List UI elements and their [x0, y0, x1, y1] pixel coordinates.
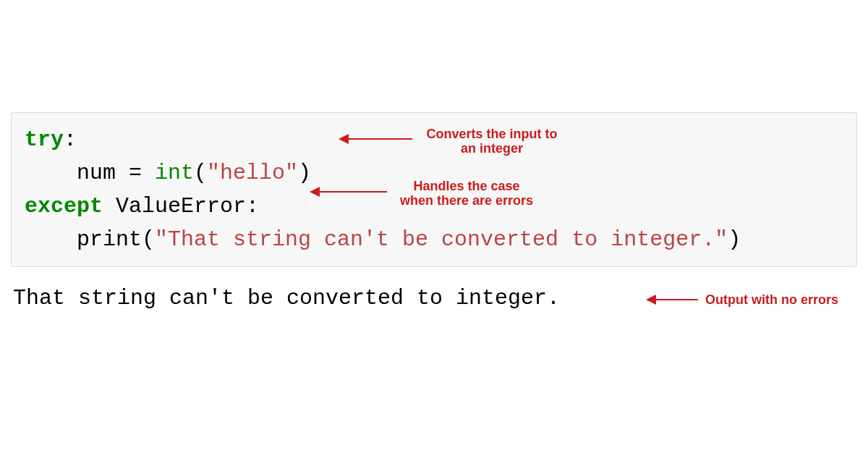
annotation-text: when there are errors [400, 193, 533, 208]
annotation-convert: Converts the input to an integer [420, 127, 564, 156]
arrow-icon [311, 191, 387, 193]
annotation-output: Output with no errors [705, 292, 864, 307]
keyword-try: try [25, 127, 64, 152]
code-text: ValueError: [103, 194, 259, 219]
annotation-text: Output with no errors [705, 292, 838, 307]
annotation-text: Handles the case [413, 179, 519, 193]
string-literal: "That string can't be converted to integ… [155, 227, 728, 252]
output-text: That string can't be converted to intege… [13, 286, 560, 311]
paren-close: ) [728, 227, 741, 252]
code-text: num = [25, 161, 155, 185]
keyword-except: except [25, 194, 103, 219]
code-text: print( [25, 227, 155, 252]
colon: : [64, 127, 77, 152]
function-int: int [155, 161, 194, 185]
string-literal: "hello" [207, 161, 298, 185]
annotation-text: an integer [461, 141, 523, 156]
annotation-handles: Handles the case when there are errors [394, 179, 539, 208]
arrow-icon [647, 299, 698, 300]
annotation-text: Converts the input to [427, 127, 558, 141]
arrow-icon [340, 138, 412, 140]
paren-close: ) [298, 161, 311, 185]
code-line-4: print("That string can't be converted to… [25, 223, 843, 256]
paren-open: ( [194, 161, 207, 185]
